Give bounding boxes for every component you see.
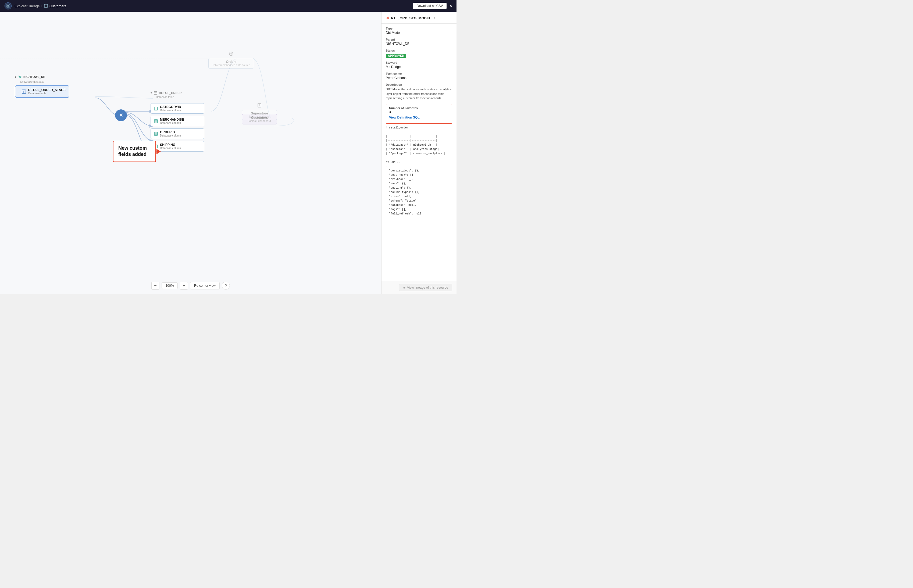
sql-code-block: # retail_order | | | |--------------|---…: [386, 126, 452, 216]
retail-order-table-icon: [154, 91, 157, 95]
nightowl-db-sublabel: Snowflake database: [20, 80, 69, 83]
breadcrumb-current: Customers: [50, 4, 66, 8]
customers-node[interactable]: Customers Tableau dashboard: [242, 114, 277, 124]
app-container: Explorer lineage › Customers Download as…: [0, 0, 457, 294]
nightowl-db-label: NIGHTOWL_DB: [23, 75, 45, 79]
description-field: Description DBT Model that validates and…: [386, 83, 452, 100]
panel-footer: ◈ View lineage of this resource: [381, 281, 457, 294]
columns-group: CATEGORYID Database column MERCHANDISE D…: [150, 103, 204, 153]
customers-subtitle: Tableau dashboard: [246, 120, 273, 123]
zoom-in-button[interactable]: +: [180, 282, 188, 290]
tech-owner-label: Tech owner: [386, 72, 452, 75]
svg-rect-23: [154, 132, 158, 136]
parent-field: Parent NIGHTOWL_DB: [386, 38, 452, 46]
tech-owner-value: Peter Gibbons: [386, 76, 452, 80]
table-row[interactable]: CATEGORYID Database column: [150, 103, 204, 114]
breadcrumb-app[interactable]: Explorer lineage: [15, 4, 40, 8]
num-favorites-field: Number of Favorites 3: [389, 107, 449, 114]
retail-order-stage-subtitle: Database table: [28, 92, 66, 95]
col-categoryid: CATEGORYID: [160, 105, 181, 109]
zoom-out-button[interactable]: −: [151, 282, 160, 290]
description-label: Description: [386, 83, 452, 86]
canvas-svg: [0, 12, 381, 294]
nightowl-db-group: ▾ NIGHTOWL_DB Snowflake database ›: [15, 75, 69, 97]
view-definition-link[interactable]: View Definition SQL: [389, 116, 449, 120]
tech-owner-field: Tech owner Peter Gibbons: [386, 72, 452, 80]
main-layout: ▾ NIGHTOWL_DB Snowflake database ›: [0, 12, 457, 294]
orders-node[interactable]: Orders Tableau embedded data source: [208, 52, 254, 68]
steward-label: Steward: [386, 61, 452, 64]
panel-title: RTL_ORD_STG_MODEL: [391, 16, 431, 20]
detail-panel: ✕ RTL_ORD_STG_MODEL ↗ Type Dbt Model Par…: [381, 12, 457, 294]
status-label: Status: [386, 49, 452, 52]
type-value: Dbt Model: [386, 31, 452, 35]
orders-subtitle: Tableau embedded data source: [212, 64, 250, 67]
panel-body: Type Dbt Model Parent NIGHTOWL_DB Status…: [381, 24, 457, 281]
column-icon: [154, 132, 158, 136]
header-right: Download as CSV ×: [413, 3, 452, 9]
svg-rect-15: [154, 91, 157, 94]
view-lineage-label: View lineage of this resource: [407, 286, 448, 289]
callout-box: New custom fields added: [113, 141, 156, 162]
panel-header: ✕ RTL_ORD_STG_MODEL ↗: [381, 12, 457, 24]
help-button[interactable]: ?: [222, 282, 230, 290]
recenter-button[interactable]: Re-center view: [190, 282, 220, 289]
parent-value: NIGHTOWL_DB: [386, 42, 452, 46]
breadcrumb-chevron-icon: ›: [41, 4, 42, 8]
status-badge: APPROVED: [386, 54, 406, 58]
num-favorites-value: 3: [389, 110, 449, 114]
steward-field: Steward Mo Dodge: [386, 61, 452, 69]
table-row[interactable]: ORDERID Database column: [150, 128, 204, 139]
close-button[interactable]: ×: [449, 3, 452, 9]
customers-icon: [44, 4, 48, 8]
callout-text: New custom fields added: [118, 145, 150, 158]
svg-rect-17: [154, 107, 158, 110]
retail-order-sublabel: Database table: [156, 96, 182, 99]
column-icon: [154, 107, 158, 110]
num-favorites-label: Number of Favorites: [389, 107, 449, 110]
retail-order-stage-node[interactable]: › RETAIL_ORDER_STAGE Database table: [15, 86, 69, 97]
retail-order-collapse[interactable]: ▾: [150, 91, 152, 95]
retail-order-label: RETAIL_ORDER: [159, 91, 182, 95]
column-icon: [154, 120, 158, 123]
header: Explorer lineage › Customers Download as…: [0, 0, 457, 12]
favorites-section: Number of Favorites 3 View Definition SQ…: [386, 104, 452, 124]
tableau-embedded-icon: [229, 52, 233, 56]
col-shipping: SHIPPING: [160, 143, 181, 147]
header-left: Explorer lineage › Customers: [4, 2, 66, 10]
steward-value: Mo Dodge: [386, 65, 452, 69]
external-link-icon[interactable]: ↗: [433, 17, 436, 19]
table-icon: [22, 89, 26, 94]
app-logo-icon: [4, 2, 12, 10]
expand-icon[interactable]: ›: [19, 90, 19, 93]
type-field: Type Dbt Model: [386, 27, 452, 35]
customers-title: Customers: [246, 116, 273, 120]
dbt-icon: ✕: [386, 16, 389, 21]
callout-arrow-icon: [157, 149, 161, 154]
tableau-workbook-icon: [257, 103, 262, 108]
svg-point-2: [7, 5, 9, 7]
zoom-level-display: 100%: [162, 283, 178, 289]
view-lineage-button[interactable]: ◈ View lineage of this resource: [399, 284, 452, 291]
view-def-field: View Definition SQL: [389, 116, 449, 120]
collapse-icon[interactable]: ▾: [15, 75, 16, 79]
view-lineage-icon: ◈: [403, 286, 406, 289]
transform-circle-icon: ✕: [115, 109, 127, 121]
parent-label: Parent: [386, 38, 452, 41]
status-field: Status APPROVED: [386, 49, 452, 58]
svg-rect-12: [22, 90, 26, 94]
orders-title: Orders: [212, 60, 250, 64]
col-orderid: ORDERID: [160, 130, 181, 134]
svg-rect-20: [154, 120, 158, 123]
snowflake-icon: [18, 75, 22, 79]
col-merchandise: MERCHANDISE: [160, 118, 184, 121]
download-csv-button[interactable]: Download as CSV: [413, 3, 446, 9]
lineage-canvas[interactable]: ▾ NIGHTOWL_DB Snowflake database ›: [0, 12, 381, 294]
description-value: DBT Model that validates and creates an …: [386, 87, 452, 100]
retail-order-stage-title: RETAIL_ORDER_STAGE: [28, 88, 66, 92]
table-row[interactable]: MERCHANDISE Database column: [150, 116, 204, 126]
transform-node[interactable]: ✕: [115, 109, 127, 121]
retail-order-group: ▾ RETAIL_ORDER Database table: [150, 91, 182, 101]
type-label: Type: [386, 27, 452, 30]
breadcrumb: Explorer lineage › Customers: [15, 4, 66, 8]
